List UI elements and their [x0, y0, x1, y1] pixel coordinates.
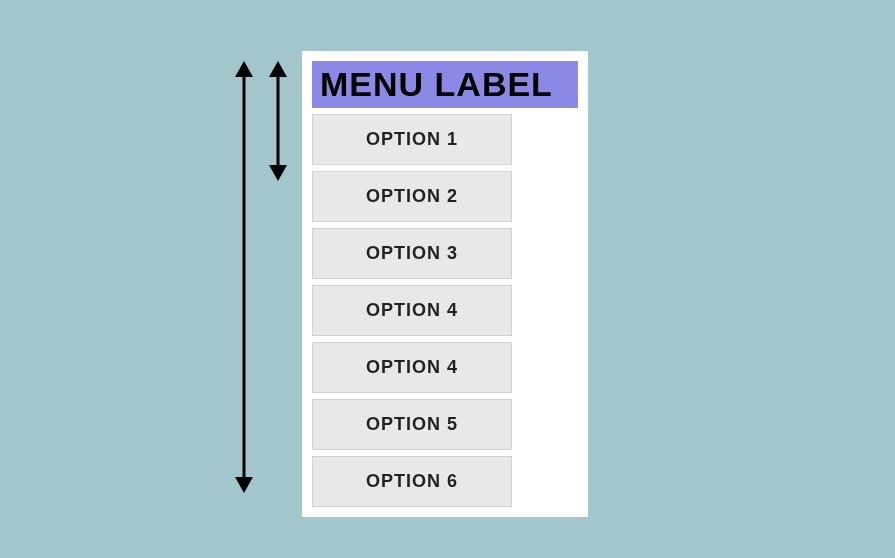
- menu-option[interactable]: OPTION 6: [312, 456, 512, 507]
- menu-option[interactable]: OPTION 4: [312, 285, 512, 336]
- arrow-line: [243, 71, 246, 483]
- menu-option[interactable]: OPTION 1: [312, 114, 512, 165]
- menu-options-list: OPTION 1 OPTION 2 OPTION 3 OPTION 4 OPTI…: [312, 114, 512, 507]
- menu-label[interactable]: MENU LABEL: [312, 61, 578, 108]
- menu-container: MENU LABEL OPTION 1 OPTION 2 OPTION 3 OP…: [302, 51, 588, 517]
- menu-option[interactable]: OPTION 3: [312, 228, 512, 279]
- arrow-down-icon: [235, 477, 253, 493]
- menu-option[interactable]: OPTION 4: [312, 342, 512, 393]
- arrow-down-icon: [269, 165, 287, 181]
- arrow-line: [277, 71, 280, 171]
- menu-option[interactable]: OPTION 5: [312, 399, 512, 450]
- menu-option[interactable]: OPTION 2: [312, 171, 512, 222]
